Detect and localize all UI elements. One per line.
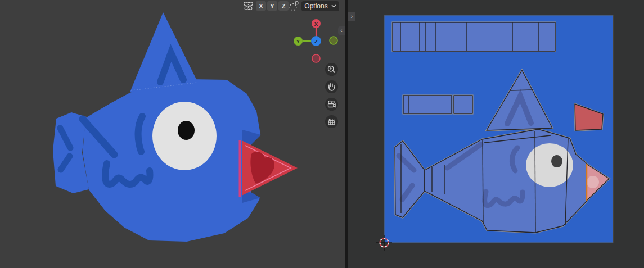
zoom-icon: [327, 65, 336, 74]
uv-side-strip-b: [454, 96, 472, 113]
butterfly-symmetry-icon: [243, 1, 254, 11]
blender-window: X Y Z Options X Y Z: [0, 0, 644, 268]
mirror-axis-group: X Y Z: [256, 1, 289, 11]
gizmo-x-label: X: [314, 21, 318, 27]
uv-pupil: [551, 155, 562, 167]
sidebar-collapse-tab[interactable]: ‹: [338, 26, 345, 35]
gizmo-y-label: Y: [296, 38, 300, 44]
uv-mouth-blob: [587, 176, 599, 188]
uv-image-editor: ›: [348, 0, 644, 268]
pan-button[interactable]: [325, 80, 338, 93]
gizmo-neg-x-ball[interactable]: [312, 54, 320, 62]
mirror-z-button[interactable]: Z: [278, 1, 289, 11]
orthographic-toggle-button[interactable]: [325, 115, 338, 128]
camera-view-button[interactable]: [325, 98, 338, 111]
mirror-x-button[interactable]: X: [256, 1, 266, 11]
fish-lips: [239, 130, 298, 203]
options-label: Options: [304, 2, 327, 10]
viewport-header: X Y Z Options: [0, 0, 345, 12]
camera-icon: [327, 99, 336, 109]
proportional-falloff-icon[interactable]: [288, 1, 299, 11]
hand-icon: [327, 82, 336, 92]
viewport-3d: X Y Z Options X Y Z: [0, 0, 345, 268]
chevron-down-icon: [331, 4, 336, 8]
uv-canvas[interactable]: [348, 0, 644, 268]
gizmo-neg-y-ball[interactable]: [330, 37, 337, 44]
uv-side-strip-a: [403, 96, 452, 113]
options-dropdown[interactable]: Options: [301, 1, 339, 11]
fish-pupil: [178, 121, 195, 140]
zoom-button[interactable]: [325, 63, 338, 76]
uv-top-strip: [393, 22, 555, 51]
gizmo-z-label: Z: [314, 38, 318, 44]
toolbar-expand-tab[interactable]: ›: [348, 12, 355, 21]
grid-icon: [327, 117, 336, 126]
mirror-y-button[interactable]: Y: [267, 1, 277, 11]
lip-seam-line: [239, 140, 241, 197]
navigation-gizmo[interactable]: X Y Z: [290, 16, 346, 69]
uv-eye: [526, 143, 573, 187]
